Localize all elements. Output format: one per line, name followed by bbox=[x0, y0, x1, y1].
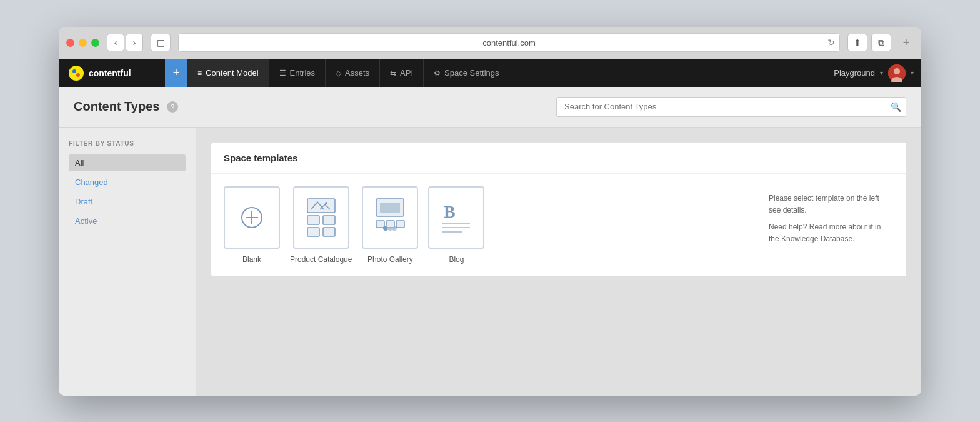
browser-titlebar: ‹ › ◫ contentful.com ↻ ⬆ ⧉ + bbox=[59, 27, 921, 59]
forward-button[interactable]: › bbox=[126, 34, 143, 51]
back-button[interactable]: ‹ bbox=[107, 34, 124, 51]
filter-label: Filter by Status bbox=[69, 140, 186, 147]
svg-point-0 bbox=[69, 66, 84, 81]
templates-header: Space templates bbox=[211, 143, 906, 174]
brand-name: contentful bbox=[89, 68, 131, 78]
catalogue-template-icon bbox=[293, 186, 349, 249]
filter-item-active[interactable]: Active bbox=[69, 213, 186, 229]
template-item-photo-gallery[interactable]: Photo Gallery bbox=[362, 186, 418, 264]
svg-point-10 bbox=[325, 202, 328, 204]
app-navbar: contentful + ≡ Content Model ☰ Entries ◇… bbox=[59, 59, 921, 87]
traffic-lights bbox=[66, 39, 99, 47]
gallery-template-icon bbox=[362, 186, 418, 249]
filter-item-changed[interactable]: Changed bbox=[69, 174, 186, 191]
template-item-blank[interactable]: Blank bbox=[224, 186, 280, 264]
close-button[interactable] bbox=[66, 39, 74, 47]
brand-logo[interactable]: contentful bbox=[59, 59, 165, 87]
search-input[interactable] bbox=[556, 97, 906, 117]
svg-rect-22 bbox=[396, 221, 404, 228]
avatar-image bbox=[888, 64, 906, 82]
tab-assets[interactable]: ◇ Assets bbox=[326, 59, 380, 87]
playground-dropdown[interactable]: Playground bbox=[834, 68, 875, 78]
nav-right: Playground ▾ ▾ bbox=[826, 64, 921, 82]
tab-space-settings-label: Space Settings bbox=[444, 68, 499, 78]
refresh-button[interactable]: ↻ bbox=[828, 38, 835, 48]
blank-template-label: Blank bbox=[242, 255, 261, 264]
help-icon[interactable]: ? bbox=[167, 101, 178, 113]
share-icon: ⬆ bbox=[854, 38, 861, 48]
template-item-product-catalogue[interactable]: Product Catalogue bbox=[290, 186, 352, 264]
templates-body: Blank bbox=[211, 174, 906, 276]
browser-actions: ⬆ ⧉ bbox=[848, 34, 891, 51]
api-icon: ⇆ bbox=[390, 69, 396, 78]
maximize-button[interactable] bbox=[91, 39, 99, 47]
template-info-line2: Need help? Read more about it in the Kno… bbox=[769, 221, 881, 245]
svg-rect-21 bbox=[386, 221, 394, 228]
tab-content-model-label: Content Model bbox=[206, 68, 259, 78]
add-tab-button[interactable]: + bbox=[899, 35, 914, 50]
tab-content-model[interactable]: ≡ Content Model bbox=[188, 59, 269, 87]
template-info-line1: Please select template on the left see d… bbox=[769, 193, 881, 216]
entries-icon: ☰ bbox=[279, 69, 286, 78]
contentful-logo-icon bbox=[69, 66, 84, 81]
svg-point-4 bbox=[894, 68, 900, 74]
svg-rect-17 bbox=[376, 221, 384, 228]
svg-text:B: B bbox=[444, 202, 456, 221]
page-title: Content Types bbox=[74, 99, 159, 114]
templates-card: Space templates bbox=[211, 143, 906, 276]
address-bar-wrapper: contentful.com ↻ bbox=[178, 33, 840, 52]
template-item-blog[interactable]: B Blog bbox=[428, 186, 484, 264]
nav-tabs: ≡ Content Model ☰ Entries ◇ Assets ⇆ API… bbox=[188, 59, 826, 87]
assets-icon: ◇ bbox=[336, 69, 341, 78]
svg-rect-9 bbox=[308, 199, 335, 213]
gallery-template-label: Photo Gallery bbox=[368, 255, 413, 264]
svg-rect-11 bbox=[308, 216, 319, 224]
tab-api-label: API bbox=[400, 68, 413, 78]
svg-rect-12 bbox=[323, 216, 335, 224]
tab-entries[interactable]: ☰ Entries bbox=[269, 59, 326, 87]
filter-item-draft[interactable]: Draft bbox=[69, 193, 186, 210]
svg-rect-13 bbox=[308, 228, 319, 236]
sidebar-toggle-button[interactable]: ◫ bbox=[151, 34, 171, 51]
svg-rect-16 bbox=[380, 203, 400, 213]
user-dropdown-icon[interactable]: ▾ bbox=[911, 69, 914, 76]
blank-template-icon bbox=[224, 186, 280, 249]
content-area: Content Types ? 🔍 Filter by Status All C… bbox=[59, 87, 921, 396]
share-button[interactable]: ⬆ bbox=[848, 34, 868, 51]
sidebar-toggle-icon: ◫ bbox=[157, 38, 165, 48]
add-space-button[interactable]: + bbox=[165, 59, 188, 87]
content-model-icon: ≡ bbox=[198, 69, 202, 78]
search-icon[interactable]: 🔍 bbox=[891, 102, 901, 112]
user-avatar[interactable] bbox=[888, 64, 906, 82]
svg-point-1 bbox=[72, 69, 76, 73]
catalogue-template-label: Product Catalogue bbox=[290, 255, 352, 264]
template-info-panel: Please select template on the left see d… bbox=[756, 186, 894, 264]
search-bar-wrapper: 🔍 bbox=[186, 97, 906, 117]
tab-api[interactable]: ⇆ API bbox=[380, 59, 424, 87]
tab-assets-label: Assets bbox=[345, 68, 369, 78]
nav-buttons: ‹ › bbox=[107, 34, 143, 51]
minimize-button[interactable] bbox=[79, 39, 87, 47]
template-items: Blank bbox=[224, 186, 756, 264]
templates-panel: Space templates bbox=[196, 128, 921, 396]
tab-space-settings[interactable]: ⚙ Space Settings bbox=[424, 59, 509, 87]
blog-template-label: Blog bbox=[449, 255, 464, 264]
playground-dropdown-icon[interactable]: ▾ bbox=[880, 69, 883, 76]
filter-item-all[interactable]: All bbox=[69, 154, 186, 171]
settings-icon: ⚙ bbox=[434, 69, 441, 78]
svg-rect-14 bbox=[323, 228, 335, 236]
address-bar[interactable]: contentful.com bbox=[178, 33, 840, 52]
content-header: Content Types ? 🔍 bbox=[59, 87, 921, 128]
tabs-button[interactable]: ⧉ bbox=[871, 34, 891, 51]
svg-point-2 bbox=[76, 73, 80, 77]
sidebar-filters: Filter by Status All Changed Draft Activ… bbox=[59, 128, 196, 396]
blog-template-icon: B bbox=[428, 186, 484, 249]
browser-window: ‹ › ◫ contentful.com ↻ ⬆ ⧉ + bbox=[59, 27, 921, 396]
tab-entries-label: Entries bbox=[290, 68, 315, 78]
search-bar: 🔍 bbox=[556, 97, 906, 117]
tabs-icon: ⧉ bbox=[878, 38, 884, 48]
main-content: Filter by Status All Changed Draft Activ… bbox=[59, 128, 921, 396]
